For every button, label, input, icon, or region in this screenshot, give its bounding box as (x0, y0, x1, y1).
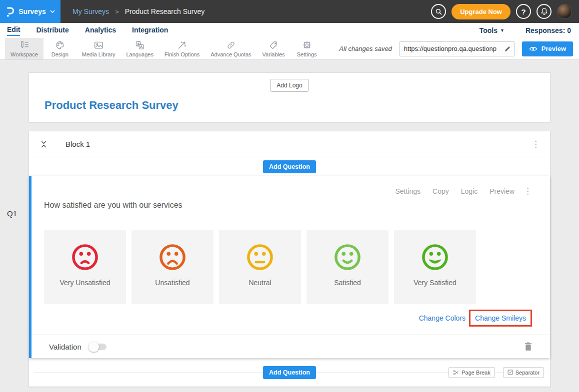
question-preview-link[interactable]: Preview (490, 187, 514, 195)
toggle-knob (88, 342, 99, 352)
toolbar-item-label: Media Library (82, 51, 116, 57)
add-question-row-bottom: Add Question Page Break Separator (29, 358, 550, 387)
survey-title[interactable]: Product Research Survey (44, 99, 178, 112)
bell-icon (540, 7, 548, 15)
toolbar-item-label: Advance Quotas (210, 51, 251, 57)
smiley-unsatisfied-icon (158, 230, 187, 272)
search-button[interactable] (431, 4, 446, 19)
toolbar-item-advance-quotas[interactable]: Advance Quotas (205, 38, 256, 59)
change-smileys-link[interactable]: Change Smileys (475, 314, 526, 322)
scissors-icon (453, 370, 459, 376)
notifications-button[interactable] (536, 4, 552, 19)
tab-edit[interactable]: Edit (7, 25, 20, 36)
upgrade-now-button[interactable]: Upgrade Now (452, 4, 510, 19)
smiley-neutral-icon (246, 230, 274, 272)
breadcrumb-separator: > (115, 8, 119, 15)
option-very-unsatisfied[interactable]: Very Unsatisfied (44, 230, 126, 304)
validation-toggle[interactable] (90, 344, 106, 350)
breadcrumb-my-surveys[interactable]: My Surveys (72, 7, 109, 15)
add-question-row-top: Add Question (29, 157, 550, 176)
chevron-down-icon: ▼ (500, 28, 504, 33)
chain-icon (226, 40, 236, 50)
smiley-very-unsatisfied-icon (70, 230, 100, 272)
option-label: Satisfied (334, 279, 361, 287)
question-number-label: Q1 (7, 209, 17, 218)
separator-button[interactable]: Separator (503, 367, 544, 378)
avatar[interactable] (557, 4, 572, 19)
option-very-satisfied[interactable]: Very Satisfied (394, 230, 476, 304)
question-kebab-menu-icon[interactable]: ⋮ (524, 187, 532, 195)
surveys-menu[interactable]: Surveys (0, 0, 60, 23)
tab-analytics[interactable]: Analytics (85, 26, 116, 35)
option-satisfied[interactable]: Satisfied (306, 230, 388, 304)
toolbar-item-languages[interactable]: Languages (120, 38, 158, 59)
smiley-options-links: Change Colors Change Smileys (44, 310, 532, 327)
block-kebab-menu-icon[interactable]: ⋮ (532, 140, 540, 148)
question-text[interactable]: How satisfied are you with our services (44, 201, 532, 210)
tools-menu[interactable]: Tools ▼ (480, 26, 504, 34)
pencil-icon[interactable] (504, 45, 511, 52)
question-settings-link[interactable]: Settings (395, 187, 420, 195)
page-break-label: Page Break (462, 370, 490, 376)
toolbar-item-finish-options[interactable]: Finish Options (159, 38, 205, 59)
toolbar-item-label: Settings (297, 51, 317, 57)
checkbox-icon (508, 370, 513, 375)
palette-icon (55, 40, 65, 50)
question-card: Settings Copy Logic Preview ⋮ How satisf… (29, 176, 550, 358)
option-neutral[interactable]: Neutral (219, 230, 301, 304)
toolbar-item-settings[interactable]: Settings (290, 38, 324, 59)
option-label: Neutral (248, 279, 271, 287)
toolbar-item-label: Languages (126, 51, 153, 57)
validation-row: Validation (32, 335, 550, 358)
separator-label: Separator (516, 370, 540, 376)
smiley-very-satisfied-icon (420, 230, 450, 272)
tools-label: Tools (480, 26, 498, 34)
trash-icon[interactable] (524, 342, 532, 351)
editor-toolbar: Workspace Design Media Library Languages… (0, 38, 579, 60)
toolbar-item-media-library[interactable]: Media Library (76, 38, 121, 59)
questionpro-logo-icon (6, 5, 14, 18)
top-bar: Surveys My Surveys > Product Research Su… (0, 0, 579, 23)
question-copy-link[interactable]: Copy (432, 187, 449, 195)
add-question-button-bottom[interactable]: Add Question (263, 366, 316, 379)
smiley-satisfied-icon (333, 230, 362, 272)
question-logic-link[interactable]: Logic (461, 187, 478, 195)
question-text-underline (44, 217, 532, 217)
block-card: Block 1 ⋮ Add Question Settings Copy Log… (28, 131, 550, 387)
toolbar-item-variables[interactable]: Variables (257, 38, 290, 59)
preview-label: Preview (542, 45, 566, 52)
collapse-icon[interactable] (40, 140, 48, 148)
tag-icon (268, 40, 278, 50)
survey-header-card: Add Logo Product Research Survey (28, 72, 550, 122)
survey-url-input[interactable] (404, 45, 504, 52)
toolbar-item-label: Finish Options (164, 51, 200, 57)
toolbar-item-design[interactable]: Design (44, 38, 76, 59)
block-title[interactable]: Block 1 (66, 140, 90, 148)
wand-icon (177, 40, 187, 50)
toolbar-item-label: Variables (262, 51, 285, 57)
tab-distribute[interactable]: Distribute (36, 26, 68, 35)
page-break-button[interactable]: Page Break (448, 367, 494, 378)
translate-icon (134, 40, 145, 50)
option-unsatisfied[interactable]: Unsatisfied (132, 230, 214, 304)
save-status: All changes saved (339, 45, 392, 52)
add-logo-button[interactable]: Add Logo (270, 79, 308, 92)
block-header: Block 1 ⋮ (29, 131, 550, 157)
add-question-button-top[interactable]: Add Question (263, 160, 316, 173)
tab-integration[interactable]: Integration (132, 26, 168, 35)
survey-canvas: Add Logo Product Research Survey Q1 Bloc… (0, 60, 579, 392)
subnav-right: Tools ▼ Responses: 0 (480, 26, 571, 34)
breadcrumb-current: Product Research Survey (125, 7, 205, 15)
question-actions: Settings Copy Logic Preview ⋮ (44, 187, 532, 195)
responses-count[interactable]: Responses: 0 (526, 26, 571, 34)
toolbar-item-workspace[interactable]: Workspace (5, 38, 44, 59)
preview-button[interactable]: Preview (522, 41, 573, 56)
topbar-actions: Upgrade Now ? (431, 4, 572, 19)
change-colors-link[interactable]: Change Colors (419, 314, 466, 322)
help-button[interactable]: ? (516, 4, 531, 19)
validation-label: Validation (49, 343, 82, 351)
chevron-down-icon (50, 10, 55, 13)
survey-url-field[interactable] (399, 41, 515, 56)
toolbar-item-label: Design (52, 51, 68, 57)
workspace-icon (19, 40, 30, 50)
